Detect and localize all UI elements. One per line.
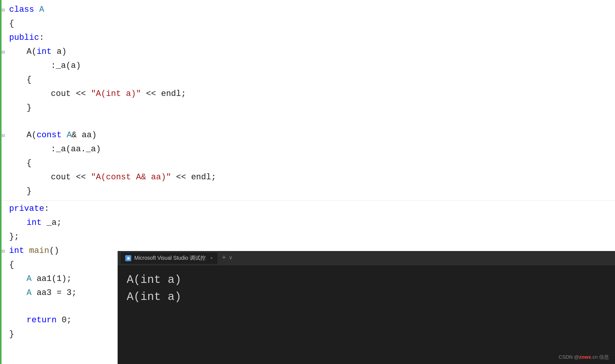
func-name: A( [27, 45, 36, 58]
cout-stmt: cout << [51, 87, 91, 100]
code-line: }; [0, 230, 615, 244]
colon: : [39, 31, 44, 44]
spacer [2, 328, 9, 342]
keyword-return: return [27, 314, 57, 327]
endl-stmt: << endl; [141, 87, 186, 100]
code-line: ⊟A(const A& aa) [0, 129, 615, 143]
spacer [2, 74, 9, 87]
watermark-prefix: CSDN @ [559, 354, 579, 360]
code-line: } [0, 185, 615, 199]
code-line-empty [0, 115, 615, 129]
keyword-class: class [9, 3, 39, 16]
left-accent-bar [0, 0, 2, 364]
code-line: { [0, 73, 615, 87]
code-line: cout << "A(int a)" << endl; [0, 87, 615, 101]
initializer2: :_a(aa._a) [51, 143, 101, 156]
keyword-public: public [9, 31, 39, 44]
class-name: A [39, 3, 44, 16]
collapse-icon-empty [2, 32, 9, 45]
member-a: _a; [42, 216, 62, 229]
spacer [2, 157, 9, 171]
code-line: } [0, 101, 615, 115]
terminal-close-button[interactable]: × [210, 255, 213, 262]
watermark-suffix: .cn 信息 [591, 354, 609, 360]
code-line: public: [0, 31, 615, 45]
code-line: :_a(aa._a) [0, 143, 615, 157]
terminal-panel: ▣ Microsoft Visual Studio 调试控 × + ∨ A(in… [118, 251, 615, 364]
collapse-icon[interactable]: ⊟ [2, 129, 9, 143]
spacer [2, 171, 9, 185]
spacer [2, 203, 9, 216]
code-line: { [0, 157, 615, 171]
copy-ctor-2 [61, 129, 66, 142]
terminal-tab-bar: ▣ Microsoft Visual Studio 调试控 × + ∨ [118, 251, 615, 265]
main-brace-close: } [9, 328, 14, 341]
brace-open3: { [27, 157, 31, 170]
cout-stmt2: cout << [51, 171, 91, 184]
terminal-chevron[interactable]: ∨ [229, 254, 232, 262]
type-A-2: A [27, 272, 31, 286]
type-A: A [67, 129, 72, 142]
copy-ctor-3: & aa) [72, 129, 97, 142]
spacer [2, 143, 9, 157]
terminal-output-line-1: A(int a) [127, 271, 606, 289]
keyword-const: const [36, 129, 61, 142]
spacer [2, 217, 9, 230]
code-line: cout << "A(const A& aa)" << endl; [0, 171, 615, 185]
terminal-add-button[interactable]: + [222, 253, 226, 264]
main-func [24, 244, 29, 257]
code-line: { [0, 17, 615, 31]
colon2: : [44, 202, 49, 215]
main-brace-open: { [9, 258, 14, 271]
return-stmt: 0; [57, 314, 72, 327]
spacer [2, 300, 9, 314]
collapse-icon[interactable]: ⊟ [2, 4, 9, 17]
spacer [2, 287, 9, 300]
collapse-icon-empty [2, 18, 9, 31]
endl-stmt2: << endl; [171, 171, 216, 184]
code-line: ⊟A(int a) [0, 45, 615, 59]
spacer [2, 259, 9, 272]
spacer [2, 102, 9, 115]
keyword-int2: int [27, 216, 42, 229]
keyword-int-main: int [9, 244, 24, 257]
initializer: :_a(a) [51, 59, 81, 72]
terminal-tab[interactable]: ▣ Microsoft Visual Studio 调试控 × [121, 253, 217, 264]
code-line: :_a(a) [0, 59, 615, 73]
aa1-stmt: aa1(1); [31, 272, 72, 286]
spacer [2, 273, 9, 286]
watermark: CSDN @znwx.cn 信息 [559, 353, 609, 361]
string-literal: "A(int a)" [91, 87, 141, 100]
watermark-brand: znwx [579, 354, 591, 360]
code-line: ⊟class A [0, 3, 615, 17]
code-line: int _a; [0, 216, 615, 230]
spacer [2, 185, 9, 199]
terminal-tab-label: Microsoft Visual Studio 调试控 [134, 254, 206, 262]
keyword-private: private [9, 202, 44, 215]
spacer [2, 88, 9, 101]
collapse-icon-main[interactable]: ⊟ [2, 245, 9, 258]
brace-close2: } [27, 185, 31, 198]
separator [0, 200, 615, 201]
spacer [2, 60, 9, 73]
brace-open2: { [27, 73, 31, 86]
func-main: main [29, 244, 49, 257]
terminal-tab-icon: ▣ [125, 255, 131, 261]
collapse-icon[interactable]: ⊟ [2, 46, 9, 59]
keyword-int: int [36, 45, 52, 58]
brace-close: } [27, 101, 31, 115]
param-a: a) [52, 45, 67, 58]
terminal-output: A(int a) A(int a) [118, 265, 615, 364]
spacer [2, 115, 9, 129]
class-end: }; [9, 230, 19, 243]
aa3-stmt: aa3 = 3; [31, 286, 77, 300]
type-A-3: A [27, 286, 31, 300]
terminal-output-line-2: A(int a) [127, 289, 606, 306]
string-literal2: "A(const A& aa)" [91, 171, 171, 184]
spacer [2, 314, 9, 328]
spacer [2, 231, 9, 244]
main-parens: () [49, 244, 59, 257]
copy-ctor: A( [27, 129, 36, 142]
brace-open: { [9, 17, 14, 30]
code-line: private: [0, 202, 615, 216]
